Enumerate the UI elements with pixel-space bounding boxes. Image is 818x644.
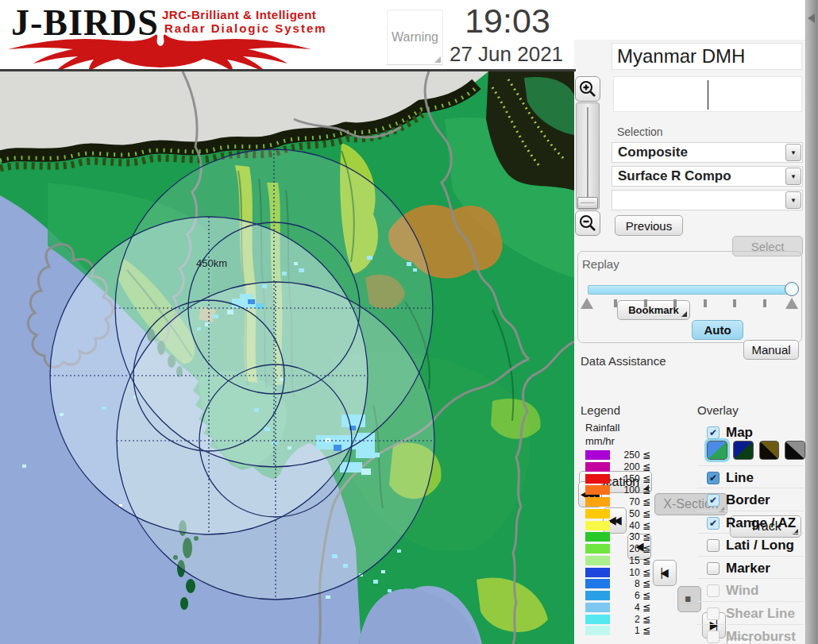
legend-color-swatch [585,591,610,600]
overlay-divider [697,601,804,602]
zoom-slider-handle[interactable] [577,197,598,209]
legend-value: 1 ≦ [614,625,650,636]
overlay-item-map: ✔Map [707,423,804,442]
overlay-item-shear-line: Shear Line [707,604,804,623]
legend-row: 30 ≦ [585,532,673,542]
radar-map[interactable]: 450km [0,71,574,644]
legend-unit: mm/hr [585,435,615,447]
legend-row: 15 ≦ [585,556,673,566]
legend-value: 30 ≦ [614,531,650,542]
dropdown-arrow-icon[interactable]: ▼ [785,168,801,185]
legend-color-swatch [585,556,610,565]
legend-row: 1 ≦ [585,626,673,636]
map-style-selector [707,441,805,463]
legend-value: 50 ≦ [614,508,650,519]
overlay-checkbox[interactable] [707,539,720,552]
legend-value: 10 ≦ [614,567,650,578]
legend-value: 70 ≦ [614,496,650,507]
bookmark-button[interactable]: Bookmark [617,300,690,320]
dropdown-arrow-icon[interactable]: ▼ [785,191,801,209]
legend-color-swatch [585,462,610,472]
display-cursor [708,80,708,110]
dropdown-arrow-icon[interactable]: ▼ [785,144,801,161]
legend-color-swatch [585,615,610,624]
collapse-panel-icon[interactable] [808,13,815,23]
overlay-divider [697,556,804,557]
stop-button[interactable]: ■ [677,586,701,612]
legend-value: 40 ≦ [614,520,650,531]
overlay-item-label: Marker [726,561,770,577]
overlay-checkbox [707,607,720,620]
legend-color-swatch [585,509,610,519]
status-display-box [613,76,802,112]
legend-color-swatch [585,485,610,495]
legend-row: 200 ≦ [585,462,673,472]
header-divider [0,69,576,71]
legend-row: 6 ≦ [585,591,673,601]
map-style-blue-green[interactable] [707,441,727,460]
overlay-checkbox[interactable]: ✔ [707,472,720,484]
legend-color-swatch [585,497,610,507]
warning-button[interactable]: Warning [387,10,443,65]
map-style-gray-black[interactable] [785,441,805,460]
legend-color-swatch [585,568,610,577]
zoom-slider-groove [587,107,588,201]
panel-top-area [574,0,805,40]
legend-row: 2 ≦ [585,615,673,625]
previous-button[interactable]: Previous [615,215,683,236]
stop-icon: ■ [685,592,691,606]
overlay-checkbox [707,631,720,643]
legend-row: 50 ≦ [585,509,673,519]
overlay-item-label: Line [726,470,754,486]
legend-row: 70 ≦ [585,497,673,507]
panel-collapse-strip[interactable] [805,0,818,644]
selection-dropdown-value: Surface R Compo [612,168,785,184]
selection-dropdown-value: Composite [612,145,785,160]
overlay-checkbox[interactable] [707,562,720,575]
selection-dropdown-3: ▼ [612,190,803,210]
range-ring-label: 450km [196,257,227,269]
map-style-olive-black[interactable] [759,441,780,460]
legend-value: 2 ≦ [614,614,650,625]
legend-value: 200 ≦ [614,461,650,472]
legend-value: 150 ≦ [614,473,650,484]
zoom-in-button[interactable] [575,76,600,102]
overlay-divider [697,465,804,466]
overlay-item-label: Microburst [726,629,796,644]
overlay-checkbox[interactable]: ✔ [707,517,720,530]
replay-tick [704,299,707,307]
legend-row: 4 ≦ [585,603,673,613]
overlay-item-line: ✔Line [707,469,804,488]
auto-button[interactable]: Auto [692,320,743,340]
overlay-item-label: Shear Line [726,606,795,622]
legend-color-swatch [585,626,610,635]
replay-slider-track[interactable] [588,285,793,295]
legend-title: Rainfall [585,422,619,434]
overlay-item-label: Map [726,425,753,441]
app-subtitle-line1: JRC-Brilliant & Intelligent [162,8,316,21]
manual-button[interactable]: Manual [743,340,799,360]
legend-color-swatch [585,450,610,460]
map-style-navy-darkgreen[interactable] [733,441,754,460]
legend-color-swatch [585,474,610,484]
zoom-out-button[interactable] [575,210,600,236]
overlay-item-microburst: Microburst [707,627,804,644]
overlay-checkbox[interactable]: ✔ [707,426,720,439]
legend-color-swatch [585,521,610,530]
zoom-out-icon [579,214,596,232]
replay-slider-handle[interactable] [785,282,799,296]
legend-row: 8 ≦ [585,579,673,589]
overlay-checkbox[interactable]: ✔ [707,494,720,507]
replay-range-end-marker[interactable] [785,298,798,309]
legend-value: 6 ≦ [614,590,650,601]
legend-row: 150 ≦ [585,474,673,484]
zoom-in-icon [579,80,596,98]
selection-dropdown-1: Composite▼ [612,142,803,163]
legend-value: 4 ≦ [614,602,650,613]
replay-tick [614,299,617,307]
overlay-divider [697,624,804,625]
legend-row: 100 ≦ [585,485,673,496]
replay-range-start-marker[interactable] [581,298,593,309]
overlay-item-label: Lati / Long [726,538,794,553]
replay-tick [763,299,766,307]
